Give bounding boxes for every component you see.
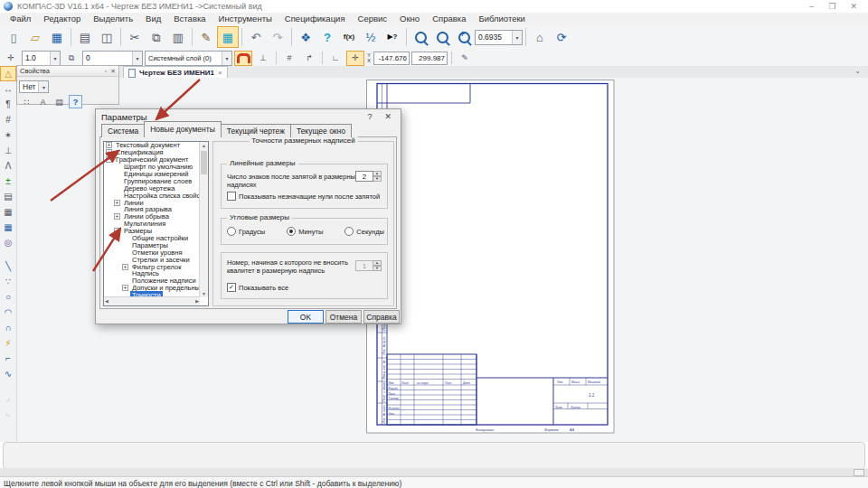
library-tool[interactable]: ◎ [0, 235, 16, 250]
open-document-button[interactable]: ▱ [24, 26, 46, 48]
spline-tool[interactable]: ∿ [0, 366, 16, 381]
dialog-help-icon[interactable]: ? [367, 112, 372, 121]
show-all-checkbox[interactable]: ✓ Показывать все [227, 283, 288, 292]
paste-button[interactable]: ▥ [167, 26, 189, 48]
circle-tool[interactable]: ○ [0, 289, 16, 305]
radio-Минуты[interactable]: Минуты [287, 227, 323, 236]
line-tool[interactable]: ╲ [0, 258, 16, 274]
menu-3[interactable]: Выделить [87, 14, 139, 23]
expand-icon[interactable]: + [106, 149, 112, 155]
grid-button[interactable]: # [280, 51, 298, 66]
cancel-button[interactable]: Отмена [326, 310, 362, 324]
quick-help-button[interactable]: ? [316, 26, 338, 48]
menu-6[interactable]: Инструменты [212, 14, 278, 23]
menu-4[interactable]: Вид [139, 14, 167, 23]
minimize-button[interactable]: – [809, 2, 814, 11]
zoom-in-button[interactable]: + [453, 26, 475, 48]
designations-tool[interactable]: ¶ [0, 97, 16, 112]
panel-close-icon[interactable]: ✕ [110, 68, 116, 75]
calculator-tool[interactable]: ▦ [0, 220, 16, 235]
show-all-button[interactable]: ⌂ [529, 26, 551, 48]
toolbar-overflow-chevron-icon[interactable]: ⌄ [854, 67, 861, 75]
multiline-tool[interactable]: ⌐ [0, 351, 16, 366]
decimal-places-spinner[interactable]: 2 [355, 171, 382, 182]
ellipse-tool[interactable]: ∩ [0, 320, 16, 335]
help-icon[interactable]: ? [69, 95, 82, 108]
editing-tool[interactable]: # [0, 112, 16, 127]
redo-button[interactable]: ↷ [267, 26, 288, 48]
tree-item[interactable]: Настройка списка свойств [104, 192, 208, 199]
tree-vertical-scrollbar[interactable]: ▲▼ [199, 142, 208, 297]
expand-icon[interactable]: + [122, 285, 128, 291]
local-cs-button[interactable]: ↱ [300, 51, 318, 66]
fx-button[interactable]: f(x) [338, 26, 360, 48]
variables-button[interactable]: ½ [360, 26, 382, 48]
dialog-tab-1[interactable]: Система [101, 124, 145, 137]
step-combo[interactable]: 0 [82, 51, 143, 66]
pin-icon[interactable]: ▫ [105, 68, 107, 75]
snap-points-button[interactable]: ✛ [346, 51, 364, 66]
zoom-scale-combo[interactable]: 0.6935 [475, 30, 523, 45]
radio-Секунды[interactable]: Секунды [344, 227, 384, 236]
preview-button[interactable]: ◫ [96, 26, 118, 48]
coord-x-field[interactable]: -147.676 [373, 52, 410, 65]
dialog-tab-2[interactable]: Новые документы [144, 121, 222, 137]
layer-combo[interactable]: Системный слой (0) [145, 51, 232, 66]
coord-y-field[interactable]: 299.987 [411, 52, 448, 65]
document-tab[interactable]: Чертеж БЕЗ ИМЕНИ1 × [123, 66, 228, 79]
coordinate-grid-icon[interactable]: ✛ [2, 51, 20, 66]
spec-tool[interactable]: ± [0, 174, 16, 189]
properties-dropdown[interactable]: Нет [19, 80, 49, 93]
expand-icon[interactable]: + [122, 264, 128, 270]
show-trailing-zeros-checkbox[interactable]: Показывать незначащие нули после запятой [227, 192, 380, 201]
measure-tool[interactable]: ⊥ [0, 143, 16, 158]
grip-icon[interactable]: ∷ [20, 95, 33, 108]
quality-number-spinner[interactable]: 1 [355, 260, 382, 271]
point-tool[interactable]: ∵ [0, 274, 16, 289]
help-button[interactable]: Справка [363, 310, 400, 324]
print-button[interactable]: ▤ [74, 26, 96, 48]
new-document-button[interactable]: ▯ [3, 26, 24, 48]
tree-item[interactable]: Мультилиния [104, 221, 208, 228]
table-tool[interactable]: ▦ [0, 204, 16, 220]
expand-icon[interactable]: + [114, 200, 120, 206]
scale-combo[interactable]: 1.0 [22, 51, 61, 66]
copy-properties-button[interactable]: ✎ [195, 26, 217, 48]
pencil-button[interactable]: ✎ [456, 51, 474, 66]
radio-Градусы[interactable]: Градусы [227, 227, 265, 236]
status-resize-handle[interactable] [854, 469, 864, 476]
chamfer-tool[interactable]: ◟ [0, 405, 16, 420]
corner-tool[interactable]: ◞ [0, 389, 16, 405]
reports-tool[interactable]: ▤ [0, 189, 16, 204]
ok-button[interactable]: OK [288, 310, 324, 324]
zoom-pan-button[interactable] [431, 26, 453, 48]
cut-button[interactable]: ✂ [124, 26, 146, 48]
menu-2[interactable]: Редактор [37, 14, 87, 23]
selection-tool[interactable]: Λ [0, 158, 16, 174]
close-button[interactable]: ✕ [850, 2, 857, 11]
settings-tree[interactable]: +Текстовый документ+Спецификация−Графиче… [103, 141, 209, 306]
layers-icon[interactable]: ▤ [52, 95, 66, 108]
dialog-title-bar[interactable]: Параметры ? ✕ [96, 109, 401, 124]
maximize-button[interactable]: ❐ [828, 2, 835, 11]
arc-tool[interactable]: ◠ [0, 305, 16, 320]
menu-9[interactable]: Окно [393, 14, 426, 23]
tab-close-icon[interactable]: × [218, 69, 222, 77]
text-style-icon[interactable]: А [36, 95, 50, 108]
dialog-tab-3[interactable]: Текущий чертеж [221, 124, 291, 137]
tree-horizontal-scrollbar[interactable]: ◀▶ [104, 296, 200, 305]
layers-copy-icon[interactable]: ⧉ [62, 51, 80, 66]
perpendicular-button[interactable]: ⊥ [254, 51, 272, 66]
menu-11[interactable]: Библиотеки [472, 14, 531, 23]
collapse-icon[interactable]: − [106, 156, 112, 163]
drawing-sheet[interactable]: Изм. Лист № докум. Подп. Дата Разраб. Пр… [366, 80, 615, 434]
menu-7[interactable]: Спецификация [278, 14, 352, 23]
dialog-close-icon[interactable]: ✕ [384, 112, 392, 121]
menu-10[interactable]: Справка [426, 14, 472, 23]
refresh-button[interactable]: ⟳ [551, 26, 572, 48]
parameterization-tool[interactable]: ✶ [0, 127, 16, 143]
ortho-button[interactable]: ∟ [326, 51, 344, 66]
undo-button[interactable]: ↶ [245, 26, 267, 48]
properties-button[interactable]: ▦ [217, 26, 239, 48]
dimensions-tool[interactable]: ↔ [0, 81, 16, 97]
